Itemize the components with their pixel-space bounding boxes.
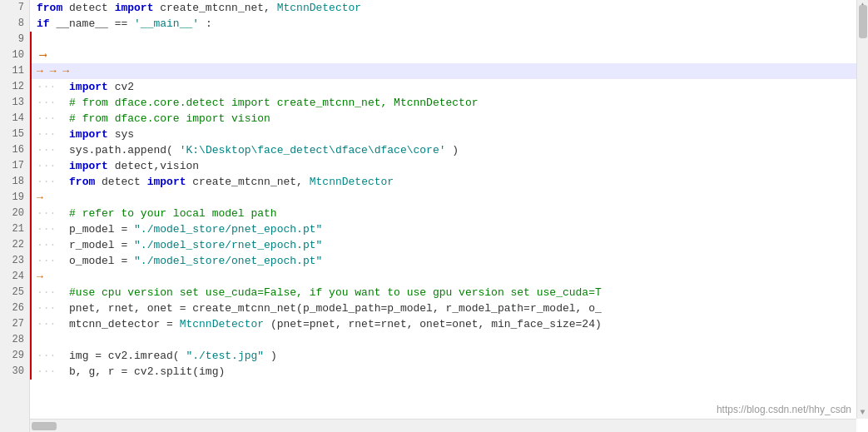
string-img-29: "./test.jpg"	[186, 350, 264, 362]
line-num-23: 23	[0, 253, 29, 269]
line-num-28: 28	[0, 332, 29, 348]
text-omodel: o_model =	[69, 255, 134, 267]
keyword-import: import	[115, 2, 154, 14]
code-line-24: →	[30, 269, 856, 285]
indent-dots-21: ···	[37, 223, 62, 236]
code-line-30: ··· b, g, r = cv2.split(img)	[30, 364, 856, 380]
indent-dots-20: ···	[37, 207, 62, 220]
text-detect-18: detect	[102, 176, 147, 188]
indent-dots-17: ···	[37, 160, 62, 172]
line-num-24: 24	[0, 269, 29, 285]
line-num-25: 25	[0, 285, 29, 300]
class-mtcnn-27: MtcnnDetector	[180, 318, 264, 330]
keyword-from: from	[37, 2, 62, 14]
dunder-name: __name__	[56, 17, 107, 30]
line-num-12: 12	[0, 79, 29, 95]
indent-dots-16: ···	[37, 144, 62, 156]
text-rmodel: r_model =	[69, 239, 134, 251]
text-bgr-30: b, g, r = cv2.split(img)	[69, 365, 225, 378]
eq-op: ==	[115, 17, 134, 30]
indent-dots-30: ···	[37, 365, 62, 378]
indent-dots-15: ···	[37, 128, 62, 141]
line-num-7: 7	[0, 0, 29, 16]
string-rmodel: "./model_store/rnet_epoch.pt"	[134, 239, 322, 251]
arrow-icon-10: ⟶	[40, 49, 47, 62]
text-detect: detect	[69, 2, 115, 14]
h-scrollbar-thumb[interactable]	[32, 422, 57, 430]
string-path: 'K:\Desktop\face_detect\dface\dface\core…	[180, 144, 446, 156]
code-line-20: ··· # refer to your local model path	[30, 206, 856, 221]
text-pmodel: p_model =	[69, 223, 134, 236]
code-line-26: ··· pnet, rnet, onet = create_mtcnn_net(…	[30, 300, 856, 316]
line-num-8: 8	[0, 16, 29, 32]
indent-dots-13: ···	[37, 97, 62, 109]
line-num-9: 9	[0, 32, 29, 47]
line-num-21: 21	[0, 221, 29, 237]
comment-14: # from dface.core import vision	[69, 112, 270, 125]
code-line-27: ··· mtcnn_detector = MtcnnDetector (pnet…	[30, 316, 856, 332]
indent-dots-22: ···	[37, 239, 62, 251]
arrow-icon-24: →	[37, 271, 43, 283]
text-args-27: (pnet=pnet, rnet=rnet, onet=onet, min_fa…	[270, 318, 602, 330]
indent-dots-18: ···	[37, 176, 62, 188]
string-omodel: "./model_store/onet_epoch.pt"	[134, 255, 322, 267]
indent-dots-14: ···	[37, 112, 62, 125]
text-pnet-26: pnet, rnet, onet = create_mtcnn_net(p_mo…	[69, 302, 602, 315]
indent-dots-12: ···	[37, 81, 62, 93]
text-create-18: create_mtcnn_net,	[192, 176, 309, 188]
text-mtcnn-27: mtcnn_detector =	[69, 318, 180, 330]
code-line-11: → → →	[30, 63, 856, 79]
arrow-icon-11c: →	[62, 65, 69, 77]
code-lines: from detect import create_mtcnn_net, Mtc…	[30, 0, 856, 419]
scrollbar-thumb[interactable]	[859, 5, 867, 38]
code-line-13: ··· # from dface.core.detect import crea…	[30, 95, 856, 111]
code-line-16: ··· sys.path.append( 'K:\Desktop\face_de…	[30, 142, 856, 158]
horizontal-scrollbar[interactable]	[30, 419, 856, 432]
paren-close-29: )	[270, 350, 277, 362]
line-num-26: 26	[0, 300, 29, 316]
line-num-10: 10	[0, 47, 29, 63]
arrow-icon-11a: →	[37, 65, 43, 77]
colon: :	[206, 17, 212, 30]
line-num-16: 16	[0, 142, 29, 158]
code-line-17: ··· import detect,vision	[30, 158, 856, 174]
indent-dots-27: ···	[37, 318, 62, 330]
comment-13: # from dface.core.detect import create_m…	[69, 97, 478, 109]
keyword-import-17: import	[69, 160, 108, 172]
line-numbers: 7 8 9 10 11 12 13 14 15 16 17 18 19 20 2…	[0, 0, 30, 432]
line-num-22: 22	[0, 237, 29, 253]
code-line-23: ··· o_model = "./model_store/onet_epoch.…	[30, 253, 856, 269]
line-num-11: 11	[0, 63, 29, 79]
indent-dots-23: ···	[37, 255, 62, 267]
line-num-30: 30	[0, 364, 29, 380]
indent-dots-26: ···	[37, 302, 62, 315]
line-num-18: 18	[0, 174, 29, 190]
scroll-down-arrow[interactable]: ▼	[857, 408, 868, 417]
text-functions: create_mtcnn_net,	[160, 2, 276, 14]
text-syspath: sys.path.append(	[69, 144, 173, 156]
code-line-22: ··· r_model = "./model_store/rnet_epoch.…	[30, 237, 856, 253]
watermark: https://blog.csdn.net/hhy_csdn	[717, 404, 851, 415]
line-num-27: 27	[0, 316, 29, 332]
line-num-15: 15	[0, 127, 29, 142]
indent-dots-29: ···	[37, 350, 62, 362]
line-num-13: 13	[0, 95, 29, 111]
string-pmodel: "./model_store/pnet_epoch.pt"	[134, 223, 322, 236]
text-sys: sys	[115, 128, 134, 141]
code-area[interactable]: from detect import create_mtcnn_net, Mtc…	[30, 0, 868, 432]
line-num-14: 14	[0, 111, 29, 127]
keyword-from-18: from	[69, 176, 95, 188]
code-line-7: from detect import create_mtcnn_net, Mtc…	[30, 0, 856, 16]
code-line-8: - if __name__ == '__main__' :	[30, 16, 856, 32]
code-line-12: ··· import cv2	[30, 79, 856, 95]
indent-dots-25: ···	[37, 286, 62, 299]
keyword-import-15: import	[69, 128, 108, 141]
text-cv2: cv2	[115, 81, 134, 93]
keyword-if: if	[37, 17, 56, 30]
keyword-import-12: import	[69, 81, 108, 93]
vertical-scrollbar[interactable]: ▲ ▼	[856, 0, 868, 419]
code-line-29: ··· img = cv2.imread( "./test.jpg" )	[30, 348, 856, 364]
comment-25: #use cpu version set use_cuda=False, if …	[69, 286, 602, 299]
code-line-21: ··· p_model = "./model_store/pnet_epoch.…	[30, 221, 856, 237]
arrow-icon-19: →	[37, 191, 43, 204]
